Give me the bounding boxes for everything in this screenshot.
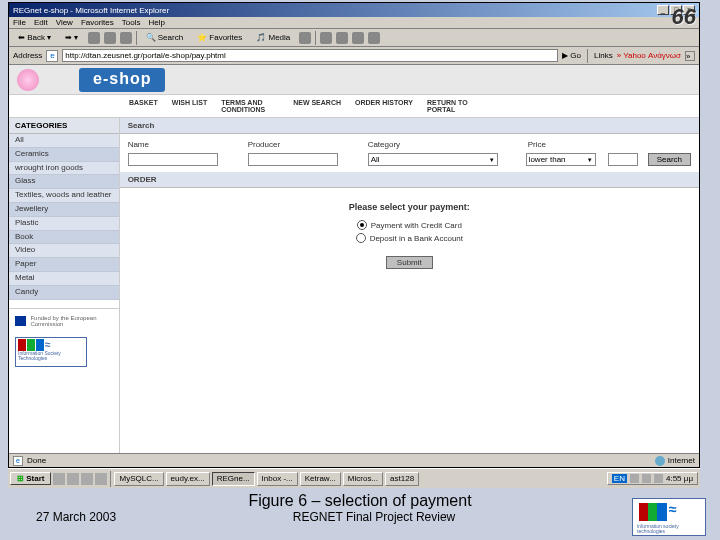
home-icon[interactable] [120,32,132,44]
quicklaunch-icon[interactable] [95,473,107,485]
nav-return[interactable]: RETURN TO PORTAL [427,99,485,113]
label-name: Name [128,140,218,149]
producer-input[interactable] [248,153,338,166]
tray-icon[interactable] [642,474,651,483]
internet-zone-icon [655,456,665,466]
submit-button[interactable]: Submit [386,256,433,269]
nav-orderhistory[interactable]: ORDER HISTORY [355,99,413,113]
radio-icon [357,220,367,230]
taskbar-item[interactable]: eudy.ex... [166,472,210,486]
start-button[interactable]: ⊞ Start [10,472,51,485]
minimize-button[interactable]: _ [657,5,669,15]
order-section-header: ORDER [120,172,699,188]
media-button[interactable]: 🎵 Media [251,31,295,44]
menu-view[interactable]: View [56,18,73,27]
cat-ceramics[interactable]: Ceramics [9,148,119,162]
links-item[interactable]: » Yahoo Ανάγνωσ [617,51,681,60]
cat-iron[interactable]: wrought iron goods [9,162,119,176]
print-icon[interactable] [336,32,348,44]
pay-option-bank[interactable]: Deposit in a Bank Account [120,233,699,243]
quicklaunch-icon[interactable] [81,473,93,485]
label-category: Category [368,140,498,149]
tray-icon[interactable] [630,474,639,483]
links-overflow-icon[interactable]: » [685,51,695,61]
funding-note: Funded by the European Commission [9,308,119,333]
search-button[interactable]: Search [648,153,691,166]
cat-all[interactable]: All [9,134,119,148]
shop-nav: BASKET WISH LIST TERMS AND CONDITIONS NE… [9,95,699,118]
favorites-button[interactable]: ⭐ Favorites [192,31,247,44]
zone-label: Internet [668,456,695,465]
tray-icon[interactable] [654,474,663,483]
shop-body: CATEGORIES All Ceramics wrought iron goo… [9,118,699,453]
menu-file[interactable]: File [13,18,26,27]
quicklaunch-icon[interactable] [53,473,65,485]
slide-number: 66 [672,4,696,30]
name-input[interactable] [128,153,218,166]
cat-video[interactable]: Video [9,244,119,258]
links-label: Links [594,51,613,60]
taskbar-item[interactable]: Ketraw... [300,472,341,486]
nav-basket[interactable]: BASKET [129,99,158,113]
search-button[interactable]: 🔍 Search [141,31,189,44]
mail-icon[interactable] [320,32,332,44]
cat-paper[interactable]: Paper [9,258,119,272]
history-icon[interactable] [299,32,311,44]
system-tray: EN 4:55 μμ [607,472,698,485]
quicklaunch-icon[interactable] [67,473,79,485]
label-price: Price [528,140,546,149]
shop-logo-icon [17,69,39,91]
taskbar-item[interactable]: Micros... [343,472,383,486]
cat-glass[interactable]: Glass [9,175,119,189]
slide-review-title: REGNET Final Project Review [116,510,632,524]
menu-help[interactable]: Help [148,18,164,27]
nav-wishlist[interactable]: WISH LIST [172,99,207,113]
menu-favorites[interactable]: Favorites [81,18,114,27]
stop-icon[interactable] [88,32,100,44]
price-select[interactable]: lower than▼ [526,153,596,166]
menu-edit[interactable]: Edit [34,18,48,27]
cat-metal[interactable]: Metal [9,272,119,286]
edit-icon[interactable] [352,32,364,44]
cat-candy[interactable]: Candy [9,286,119,300]
nav-terms[interactable]: TERMS AND CONDITIONS [221,99,279,113]
discuss-icon[interactable] [368,32,380,44]
taskbar: ⊞ Start MySQLC... eudy.ex... REGne... In… [8,468,700,488]
price-input[interactable] [608,153,638,166]
main-panel: Search Name Producer Category Price All▼… [120,118,699,453]
taskbar-item[interactable]: Inbox -... [257,472,298,486]
nav-newsearch[interactable]: NEW SEARCH [293,99,341,113]
back-button[interactable]: ⬅ Back ▾ [13,31,56,44]
sidebar-header: CATEGORIES [9,118,119,134]
ist-logo-small: ≈ Information Society Technologies [15,337,87,367]
refresh-icon[interactable] [104,32,116,44]
pay-option-creditcard[interactable]: Payment with Credit Card [120,220,699,230]
go-button[interactable]: ▶ Go [562,51,581,60]
nav-toolbar: ⬅ Back ▾ ➡ ▾ 🔍 Search ⭐ Favorites 🎵 Medi… [9,29,699,47]
category-select[interactable]: All▼ [368,153,498,166]
tray-lang[interactable]: EN [612,474,627,483]
forward-button[interactable]: ➡ ▾ [60,31,83,44]
address-bar: Address e http://dtan.zeusnet.gr/portal/… [9,47,699,65]
cat-plastic[interactable]: Plastic [9,217,119,231]
cat-jewellery[interactable]: Jewellery [9,203,119,217]
window-title: REGnet e-shop - Microsoft Internet Explo… [13,6,169,15]
taskbar-item-active[interactable]: REGne... [212,472,255,486]
slide-date: 27 March 2003 [36,510,116,524]
cat-textiles[interactable]: Textiles, woods and leather [9,189,119,203]
shop-brand: e-shop [79,68,165,92]
payment-prompt: Please select your payment: [120,202,699,212]
slide-footer: 27 March 2003 REGNET Final Project Revie… [0,498,720,536]
search-section-header: Search [120,118,699,134]
eu-flag-icon [15,316,26,326]
ist-logo: ≈ information society technologies [632,498,706,536]
status-page-icon: e [13,456,23,466]
address-input[interactable]: http://dtan.zeusnet.gr/portal/e-shop/pay… [62,49,558,62]
taskbar-item[interactable]: ast128 [385,472,419,486]
menu-tools[interactable]: Tools [122,18,141,27]
taskbar-item[interactable]: MySQLC... [114,472,163,486]
chevron-down-icon: ▼ [489,157,495,163]
cat-book[interactable]: Book [9,231,119,245]
search-labels: Name Producer Category Price [120,134,699,153]
status-text: Done [27,456,46,465]
